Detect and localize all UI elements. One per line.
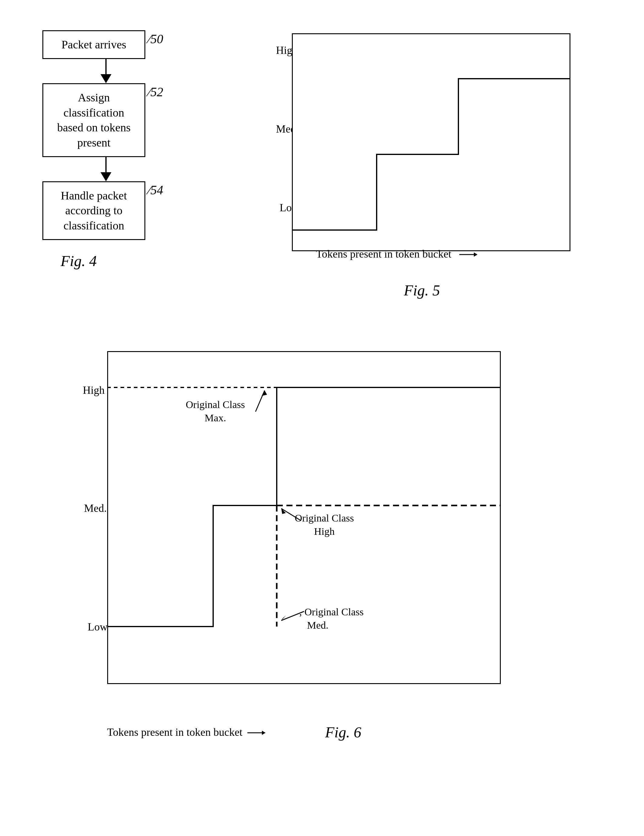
fig6-ytick-low: Low [88, 620, 108, 633]
fig6-label-class-high: Original ClassHigh [295, 511, 354, 538]
fig6-label-class-max: Original ClassMax. [186, 398, 245, 425]
fig5-container: Assigned classification High Med. Low [206, 18, 620, 321]
fig6-ytick-high: High [83, 384, 105, 397]
bottom-section: Assigned classification High Med. Low [0, 333, 644, 753]
svg-marker-14 [262, 731, 266, 735]
svg-marker-1 [474, 252, 477, 257]
handle-text: Handle packet according to classificatio… [61, 189, 127, 232]
assign-text: Assign classification based on tokens pr… [57, 91, 131, 149]
flow-box-packet-arrives: Packet arrives [42, 30, 145, 59]
flow-box-assign: Assign classification based on tokens pr… [42, 83, 145, 157]
fig4-container: Packet arrives ∕50 Assign classification… [24, 18, 206, 321]
fig6-ytick-med: Med. [84, 502, 107, 514]
fig4-caption: Fig. 4 [60, 252, 96, 270]
arrow-2 [101, 157, 111, 181]
fig6-outer: Assigned classification High Med. Low [65, 351, 580, 741]
fig6-chart-area: High Med. Low [107, 351, 531, 714]
flow-box-handle: Handle packet according to classificatio… [42, 181, 145, 240]
flow-number-54: ∕54 [148, 183, 163, 197]
flow-number-50: ∕50 [148, 32, 163, 46]
fig6-x-axis-label: Tokens present in token bucket [107, 726, 266, 738]
fig5-chart-wrapper: Assigned classification High Med. Low [255, 21, 588, 269]
fig5-chart-svg [292, 33, 570, 251]
fig6-label-class-med: , Original Class Med. [299, 605, 364, 632]
arrow-1 [101, 59, 111, 83]
fig5-caption: Fig. 5 [404, 281, 440, 299]
flow-number-52: ∕52 [148, 85, 163, 99]
svg-marker-8 [262, 390, 267, 396]
page: Packet arrives ∕50 Assign classification… [0, 0, 644, 836]
fig5-x-axis-label: Tokens present in token bucket [316, 248, 477, 260]
packet-arrives-text: Packet arrives [62, 38, 126, 51]
top-section: Packet arrives ∕50 Assign classification… [0, 0, 644, 333]
flowchart: Packet arrives ∕50 Assign classification… [42, 30, 170, 240]
fig6-arrow-right-icon [247, 726, 266, 738]
fig5-arrow-right-icon [459, 248, 477, 260]
